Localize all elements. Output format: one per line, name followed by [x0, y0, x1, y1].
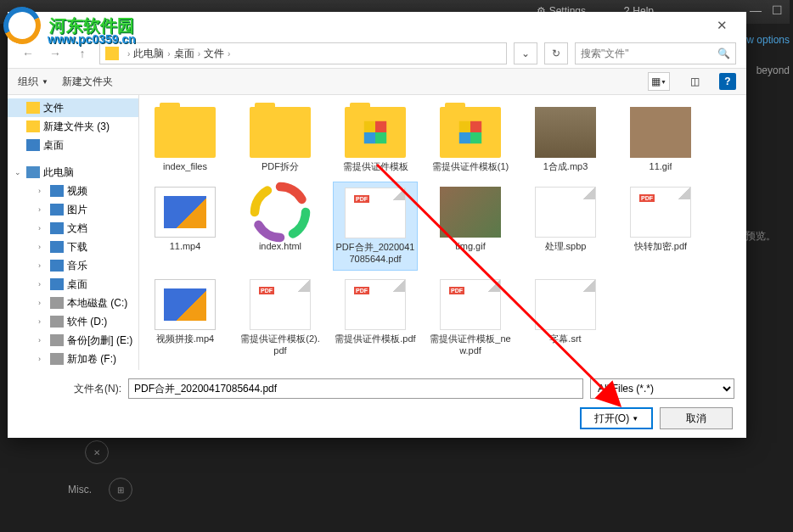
folder-icon	[250, 107, 311, 158]
sidebar-item-disk-e[interactable]: ›备份[勿删] (E:)	[8, 331, 138, 350]
documents-icon	[50, 222, 64, 234]
breadcrumb-segment[interactable]: 文件	[204, 47, 224, 61]
file-item[interactable]: PDF拆分	[238, 102, 323, 178]
app-side-tools: ✕ Misc.⊞	[68, 440, 132, 515]
tool-circle-2[interactable]: ⊞	[109, 478, 132, 501]
pc-icon	[26, 166, 40, 178]
pictures-icon	[50, 204, 64, 216]
watermark: 河东软件园 www.pc0359.cn	[0, 3, 134, 48]
pdf-icon: PDF	[345, 188, 406, 238]
file-icon	[535, 279, 596, 330]
preview-pane-button[interactable]: ◫	[683, 72, 706, 91]
folder-icon	[105, 47, 119, 60]
disk-icon	[50, 334, 64, 346]
sidebar-item-pictures[interactable]: ›图片	[8, 200, 138, 219]
file-item[interactable]: 11.mp4	[143, 182, 228, 272]
options-link[interactable]: w options	[746, 34, 790, 46]
file-name-label: index.html	[259, 241, 301, 253]
file-name-label: 处理.spbp	[545, 241, 587, 253]
pdf-icon: PDF	[440, 279, 501, 330]
file-name-label: PDF合并_20200417085644.pdf	[335, 242, 415, 266]
chevron-down-icon: ▼	[632, 415, 638, 423]
file-item[interactable]: 1合成.mp3	[523, 102, 608, 178]
maximize-icon[interactable]: ☐	[772, 3, 783, 17]
new-folder-button[interactable]: 新建文件夹	[62, 75, 113, 89]
file-name-label: PDF拆分	[262, 161, 299, 173]
search-icon[interactable]: 🔍	[717, 48, 730, 59]
file-item[interactable]: 处理.spbp	[523, 182, 608, 272]
open-button[interactable]: 打开(O)▼	[580, 407, 653, 429]
video-icon	[155, 187, 216, 238]
collapse-icon[interactable]: ⌄	[14, 168, 23, 176]
video-icon	[50, 185, 64, 197]
desktop-icon	[50, 278, 64, 290]
close-icon[interactable]: ✕	[706, 14, 738, 37]
filename-label: 文件名(N):	[20, 382, 121, 396]
file-item[interactable]: PDF需提供证件模板(2).pdf	[238, 274, 323, 362]
tool-circle-1[interactable]: ✕	[85, 440, 109, 464]
view-mode-button[interactable]: ▦ ▼	[648, 72, 670, 91]
file-item[interactable]: timg.gif	[428, 182, 513, 272]
html-icon	[250, 187, 311, 238]
folder-tree[interactable]: 文件 新建文件夹 (3) 桌面 ⌄此电脑 ›视频 ›图片 ›文档 ›下载 ›音乐…	[8, 95, 139, 370]
watermark-url: www.pc0359.cn	[48, 32, 136, 46]
file-list[interactable]: index_filesPDF拆分需提供证件模板需提供证件模板(1)1合成.mp3…	[139, 95, 746, 370]
sidebar-item-downloads[interactable]: ›下载	[8, 238, 138, 256]
music-icon	[50, 260, 64, 272]
file-name-label: 11.mp4	[170, 241, 201, 253]
sidebar-item-desktop[interactable]: 桌面	[8, 136, 138, 154]
file-item[interactable]: 需提供证件模板	[333, 102, 418, 178]
disk-icon	[50, 316, 64, 328]
breadcrumb[interactable]: › 此电脑 › 桌面 › 文件 ›	[99, 42, 507, 64]
dialog-toolbar: 组织▼ 新建文件夹 ▦ ▼ ◫ ?	[8, 68, 746, 95]
chevron-down-icon: ▼	[42, 78, 48, 86]
file-item[interactable]: PDF需提供证件模板_new.pdf	[428, 274, 513, 362]
sidebar-item-files[interactable]: 文件	[8, 98, 138, 117]
sidebar-item-disk-f[interactable]: ›新加卷 (F:)	[8, 350, 138, 368]
sidebar-item-documents[interactable]: ›文档	[8, 219, 138, 238]
file-item[interactable]: 视频拼接.mp4	[143, 274, 228, 362]
file-name-label: 11.gif	[650, 161, 672, 173]
file-item[interactable]: 11.gif	[618, 102, 703, 178]
image-icon	[630, 107, 691, 158]
sidebar-item-newfolder3[interactable]: 新建文件夹 (3)	[8, 117, 138, 136]
help-button[interactable]: ?	[719, 73, 736, 90]
sidebar-item-videos[interactable]: ›视频	[8, 182, 138, 200]
file-name-label: 需提供证件模板(2).pdf	[239, 333, 321, 357]
file-type-filter[interactable]: All Files (*.*)	[590, 378, 734, 399]
folder-icon	[155, 107, 216, 158]
breadcrumb-segment[interactable]: 桌面	[174, 47, 194, 61]
sidebar-item-disk-c[interactable]: ›本地磁盘 (C:)	[8, 294, 138, 312]
file-item[interactable]: PDF快转加密.pdf	[618, 182, 703, 272]
file-item[interactable]: index.html	[238, 182, 323, 272]
pdf-icon: PDF	[250, 279, 311, 330]
breadcrumb-segment[interactable]: 此电脑	[133, 47, 164, 61]
file-icon	[535, 187, 596, 238]
image-icon	[440, 187, 501, 238]
pdf-icon: PDF	[345, 279, 406, 330]
file-item[interactable]: 字幕.srt	[523, 274, 608, 362]
sidebar-this-pc[interactable]: ⌄此电脑	[8, 163, 138, 182]
sidebar-item-desktop2[interactable]: ›桌面	[8, 275, 138, 294]
file-name-label: 快转加密.pdf	[634, 241, 687, 253]
cancel-button[interactable]: 取消	[660, 407, 733, 429]
filename-input[interactable]	[128, 378, 583, 399]
video-icon	[155, 279, 216, 330]
disk-icon	[50, 297, 64, 309]
svg-point-0	[273, 204, 288, 220]
organize-menu[interactable]: 组织▼	[18, 75, 48, 89]
search-box[interactable]: 🔍	[575, 42, 736, 64]
file-item[interactable]: 需提供证件模板(1)	[428, 102, 513, 178]
misc-label: Misc.	[68, 484, 92, 496]
minimize-icon[interactable]: —	[750, 3, 762, 17]
sidebar-item-disk-d[interactable]: ›软件 (D:)	[8, 312, 138, 331]
file-open-dialog: ✕ ← → ↑ › 此电脑 › 桌面 › 文件 › ⌄ ↻ 🔍 组织▼ 新建文件…	[8, 12, 746, 438]
file-item[interactable]: PDF需提供证件模板.pdf	[333, 274, 418, 362]
refresh-button[interactable]: ↻	[544, 42, 568, 64]
file-item[interactable]: index_files	[143, 102, 228, 178]
folder-icon	[26, 120, 40, 132]
sidebar-item-music[interactable]: ›音乐	[8, 256, 138, 275]
breadcrumb-dropdown[interactable]: ⌄	[514, 42, 537, 64]
search-input[interactable]	[581, 48, 717, 59]
file-item[interactable]: PDFPDF合并_20200417085644.pdf	[333, 182, 418, 272]
